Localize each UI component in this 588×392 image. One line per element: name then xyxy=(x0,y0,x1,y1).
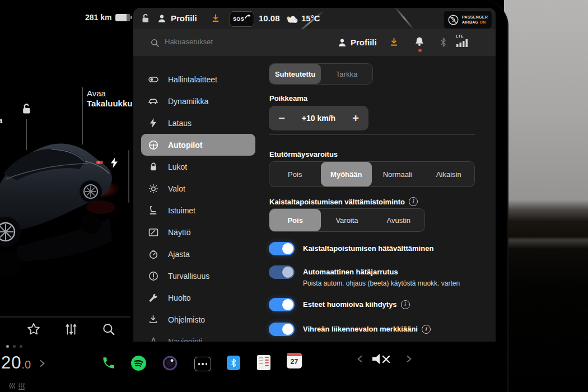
toggle-row-green-light-chime: Vihreän liikennevalon merkkiääni i xyxy=(269,323,431,336)
temperature-decimal: .0 xyxy=(21,358,31,371)
lane-option-varoita[interactable]: Varoita xyxy=(321,209,372,231)
equalizer-sliders-icon[interactable] xyxy=(64,322,78,337)
temperature-value: 20 xyxy=(1,353,21,372)
calendar-app-icon[interactable]: 27 xyxy=(287,353,302,368)
tesla-screen-photo: 281 km Avaa Takaluukku a xyxy=(0,0,588,392)
navigation-icon xyxy=(148,336,158,342)
open-trunk-button[interactable]: Avaa Takaluukku xyxy=(87,88,132,109)
media-next-chevron-icon[interactable] xyxy=(406,355,412,363)
fcw-option-myohaan[interactable]: Myöhään xyxy=(321,162,372,186)
weather-cloud-icon xyxy=(286,15,298,24)
sidebar-item-turvallisuus[interactable]: Turvallisuus xyxy=(141,265,255,287)
sidebar-item-navigointi[interactable]: Navigointi xyxy=(141,330,255,342)
lock-icon xyxy=(148,161,158,172)
lane-line-right xyxy=(394,8,414,29)
sidebar-item-valot[interactable]: Valot xyxy=(141,178,255,199)
alert-circle-icon xyxy=(148,270,158,281)
sidebar-item-dynamiikka[interactable]: Dynamiikka xyxy=(141,90,255,112)
display-icon xyxy=(148,227,158,237)
sidebar-label: Autopilot xyxy=(168,141,202,150)
phone-app-icon[interactable] xyxy=(101,356,115,370)
toggle-subtext: Poista autom. ohjaus (beeta) käytöstä mu… xyxy=(303,279,460,288)
sidebar-label: Navigointi xyxy=(168,337,202,342)
download-update-icon[interactable] xyxy=(389,37,399,48)
spotify-app-icon[interactable] xyxy=(130,355,147,371)
offset-decrease-button[interactable]: − xyxy=(269,112,295,125)
launcher-divider xyxy=(0,316,130,318)
sos-badge[interactable]: SOS xyxy=(230,11,254,27)
lane-emergency-toggle[interactable] xyxy=(269,242,295,255)
light-icon xyxy=(148,183,158,194)
info-icon[interactable]: i xyxy=(422,325,431,334)
info-icon[interactable]: i xyxy=(409,197,418,206)
lane-option-avustin[interactable]: Avustin xyxy=(373,209,424,231)
defrost-front-icon[interactable] xyxy=(8,382,16,390)
signal-bars-icon xyxy=(456,38,470,47)
tab-tarkka[interactable]: Tarkka xyxy=(321,64,372,84)
bluetooth-app-icon[interactable] xyxy=(227,356,240,370)
sidebar-label: Lukot xyxy=(168,162,187,171)
green-light-chime-toggle[interactable] xyxy=(269,323,295,336)
info-icon[interactable]: i xyxy=(401,300,410,309)
notifications-bell-icon[interactable] xyxy=(414,36,424,48)
emergency-brake-toggle[interactable] xyxy=(269,265,295,279)
sidebar-item-lukot[interactable]: Lukot xyxy=(141,156,255,178)
status-bar: Profiili SOS 10.08 xyxy=(133,8,496,29)
panel-scroll-hint xyxy=(128,150,129,203)
favorites-star-icon[interactable] xyxy=(26,322,41,337)
battery-icon xyxy=(115,14,132,21)
profile-icon xyxy=(337,38,347,48)
software-update-icon[interactable] xyxy=(211,13,221,24)
sidebar-item-istuimet[interactable]: Istuimet xyxy=(141,199,255,221)
cellular-status: LTE xyxy=(456,34,470,49)
sidebar-item-huolto[interactable]: Huolto xyxy=(141,287,255,309)
forward-collision-segments: Pois Myöhään Normaali Aikaisin xyxy=(269,161,475,187)
sidebar-label: Dynamiikka xyxy=(168,97,208,106)
settings-search-bar: Profiili LTE xyxy=(133,29,496,56)
lte-label: LTE xyxy=(456,34,470,38)
dashcam-lens-app-icon[interactable] xyxy=(162,355,178,371)
fcw-option-pois[interactable]: Pois xyxy=(269,162,321,186)
toggle-label: Esteet huomioiva kiihdytys i xyxy=(303,298,410,311)
offset-increase-button[interactable]: + xyxy=(343,112,368,125)
volume-muted-icon[interactable] xyxy=(371,353,391,365)
sidebar-label: Ohjelmisto xyxy=(168,315,205,324)
fcw-option-normaali[interactable]: Normaali xyxy=(372,162,423,186)
sidebar-item-naytto[interactable]: Näyttö xyxy=(141,221,255,243)
unlocked-icon[interactable] xyxy=(20,102,33,115)
sidebar-label: Ajasta xyxy=(168,250,190,259)
sidebar-item-ajasta[interactable]: Ajasta xyxy=(141,243,255,265)
defrost-rear-icon[interactable] xyxy=(18,382,25,390)
notification-badge-dot xyxy=(418,49,422,52)
sidebar-item-hallintalaitteet[interactable]: Hallintalaitteet xyxy=(141,68,255,90)
fcw-option-aikaisin[interactable]: Aikaisin xyxy=(423,162,475,186)
search-settings-input[interactable] xyxy=(164,37,289,46)
settings-panel: Profiili SOS 10.08 xyxy=(133,8,496,342)
climate-temperature-control[interactable]: 20.0 xyxy=(1,353,31,373)
media-prev-chevron-icon[interactable] xyxy=(357,355,363,363)
sidebar-item-lataus[interactable]: Lataus xyxy=(141,112,255,134)
climate-expand-chevron-icon[interactable] xyxy=(39,360,45,367)
sidebar-item-ohjelmisto[interactable]: Ohjelmisto xyxy=(141,309,255,330)
open-trunk-action: Avaa xyxy=(87,88,106,98)
profile-menu-button[interactable]: Profiili xyxy=(351,29,377,56)
sidebar-item-autopilot[interactable]: Autopilot xyxy=(141,134,255,156)
search-launcher-icon[interactable] xyxy=(101,322,116,337)
sidebar-label: Valot xyxy=(168,184,185,193)
charge-port-bolt-icon[interactable] xyxy=(110,157,119,168)
tab-suhteutettu[interactable]: Suhteutettu xyxy=(269,64,321,84)
driver-profile-button[interactable]: Profiili xyxy=(171,8,197,29)
bluetooth-status-icon[interactable] xyxy=(440,37,447,48)
offset-label: Poikkeama xyxy=(269,94,307,102)
more-apps-button[interactable] xyxy=(194,357,211,371)
vehicle-unlocked-icon[interactable] xyxy=(140,13,151,24)
lane-option-pois[interactable]: Pois xyxy=(269,209,321,231)
toggle-label: Vihreän liikennevalon merkkiääni i xyxy=(303,323,431,336)
sidebar-label: Lataus xyxy=(168,119,192,128)
release-notes-app-icon[interactable] xyxy=(257,355,270,370)
page-dots[interactable] xyxy=(6,345,22,348)
toggle-label-text: Vihreän liikennevalon merkkiääni xyxy=(303,323,418,336)
toggle-row-lane-emergency: Kaistaltapoistumisen hätävälttäminen xyxy=(269,242,433,255)
open-trunk-target: Takaluukku xyxy=(87,99,132,108)
obstacle-accel-toggle[interactable] xyxy=(269,298,295,311)
